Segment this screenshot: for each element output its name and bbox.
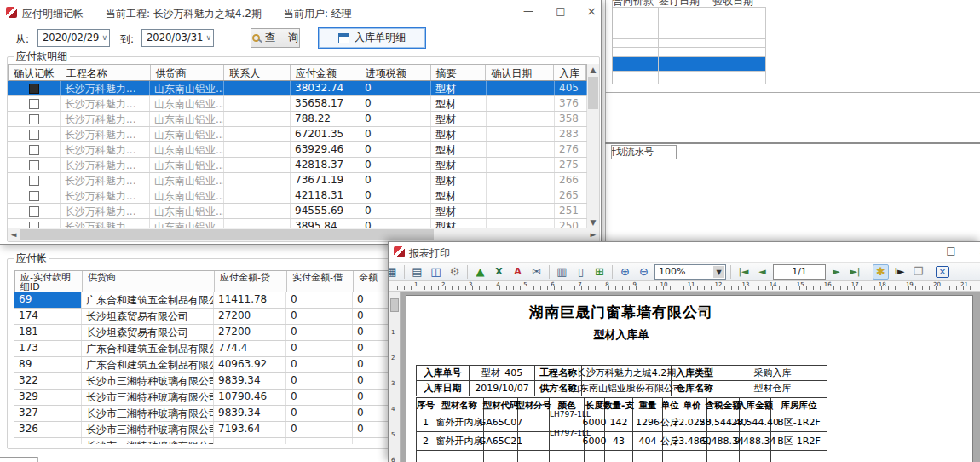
table-row[interactable]: 长沙万科魅力...山东南山铝业...73671.190型材266	[8, 173, 587, 188]
mail-icon[interactable]: ✉	[528, 264, 545, 280]
maximize-button[interactable]: □	[549, 4, 573, 20]
to-date-combo[interactable]: 2020/03/31 ∨	[141, 29, 214, 47]
table-row[interactable]: 长沙万科魅力...山东南山铝业...35658.170型材376	[8, 96, 587, 112]
column-header[interactable]: 供货商	[83, 271, 215, 292]
table-row[interactable]: 长沙万科魅力...山东南山铝业...788.220型材358	[8, 112, 587, 127]
table-row[interactable]: 长沙万科魅力...山东南山铝业...94555.690型材251	[8, 204, 587, 219]
column-header[interactable]: 工程名称	[61, 65, 151, 80]
confirm-checkbox[interactable]	[29, 176, 39, 186]
layout-icon[interactable]: ⊞	[591, 264, 608, 280]
confirm-checkbox[interactable]	[29, 222, 39, 229]
table-row[interactable]: 69广东合和建筑五金制品有限公司11411.7800	[14, 292, 415, 309]
from-date-combo[interactable]: 2020/02/29 ∨	[37, 29, 110, 47]
close-button[interactable]: ×	[971, 244, 980, 259]
table-row[interactable]: 长沙万科魅力...山东南山铝业...63929.460型材276	[8, 142, 587, 158]
scrollbar-thumb[interactable]	[588, 77, 598, 109]
zoom-select[interactable]: 100% ▼	[654, 264, 726, 280]
table-row[interactable]: 327长沙市三湘特种玻璃有限公司9839.3400	[14, 406, 415, 422]
table-cell	[8, 219, 61, 228]
table-row[interactable]: 326长沙市三湘特种玻璃有限公司7193.6400	[14, 422, 415, 438]
chevron-down-icon[interactable]: ∨	[205, 30, 211, 46]
next-page-button[interactable]: ►	[828, 264, 845, 280]
table-row[interactable]: 181长沙坦森贸易有限公司2720000	[14, 325, 415, 341]
text-select-button[interactable]: I►	[891, 264, 908, 280]
scrollbar-thumb[interactable]	[20, 229, 434, 240]
table-row[interactable]: 329长沙市三湘特种玻璃有限公司10790.4600	[14, 390, 415, 406]
table-row[interactable]	[613, 26, 766, 38]
tools-icon[interactable]: ⚙	[447, 264, 463, 280]
minimize-button[interactable]: —	[905, 244, 929, 259]
confirm-checkbox[interactable]	[29, 160, 39, 170]
column-header[interactable]: 确认日期	[486, 65, 554, 80]
print-setup-icon[interactable]: ▥	[554, 264, 570, 280]
last-page-button[interactable]: ►|	[847, 264, 863, 280]
column-header[interactable]: 应-实付款明细ID	[15, 271, 83, 292]
close-button[interactable]: ×	[579, 4, 603, 20]
chevron-down-icon[interactable]: ∨	[101, 30, 107, 46]
confirm-checkbox[interactable]	[29, 130, 39, 140]
first-page-button[interactable]: |◄	[735, 264, 752, 280]
column-header[interactable]: 确认记帐	[9, 65, 61, 80]
table-row[interactable]	[613, 47, 766, 56]
scrollbar-thumb[interactable]	[390, 298, 399, 312]
query-button[interactable]: 查 询	[251, 28, 300, 48]
close-preview-button[interactable]: ×	[936, 266, 949, 278]
page-icon[interactable]: ▯	[573, 264, 589, 280]
scroll-up-icon[interactable]: ▲	[587, 64, 599, 76]
table-row[interactable]: 长沙万科魅力...山东南山铝业...67201.350型材283	[8, 127, 587, 142]
table-row[interactable]	[613, 38, 766, 47]
hand-tool-button[interactable]: ✱	[873, 264, 889, 280]
table-row[interactable]: 174长沙坦森贸易有限公司2720000	[14, 309, 415, 325]
column-header[interactable]: 联系人	[224, 65, 291, 80]
payable-titlebar[interactable]: 应付明细记帐------当前工程: 长沙万科魅力之城4.2期------当前用户…	[0, 0, 601, 23]
confirm-checkbox[interactable]	[29, 99, 39, 109]
report-titlebar[interactable]: 报表打印 — □ ×	[389, 242, 980, 262]
minimize-button[interactable]: —	[516, 4, 540, 20]
column-header[interactable]: 供货商	[151, 65, 225, 80]
table-row[interactable]: 长沙万科魅力...山东南山铝业...38032.740型材405	[8, 81, 587, 96]
scroll-right-icon[interactable]: ►	[587, 228, 599, 240]
info-label: 仓库名称	[672, 381, 718, 396]
column-header[interactable]: 实付金额-借	[287, 271, 354, 292]
column-header[interactable]: 摘要	[431, 65, 487, 80]
vertical-scrollbar[interactable]: ▲ ▼	[587, 64, 599, 228]
book-icon[interactable]: ◫	[428, 264, 444, 280]
confirm-checkbox[interactable]	[29, 206, 39, 217]
scroll-left-icon[interactable]: ◄	[8, 228, 20, 240]
table-row[interactable]	[613, 71, 766, 84]
table-row[interactable]: 89广东合和建筑五金制品有限公司40963.9200	[14, 357, 415, 373]
confirm-checkbox[interactable]	[29, 84, 39, 94]
column-header[interactable]: 进项税额	[360, 65, 431, 80]
table-row[interactable]: 322长沙市三湘特种玻璃有限公司9839.3400	[14, 373, 415, 390]
column-header[interactable]: 应付金额-贷	[215, 271, 287, 292]
table-cell: 型材	[431, 81, 487, 95]
table-row[interactable]: 长沙市三湘特种玻璃有限公司	[14, 438, 415, 444]
scroll-down-icon[interactable]: ▼	[587, 217, 599, 228]
confirm-checkbox[interactable]	[29, 191, 39, 201]
confirm-checkbox[interactable]	[29, 145, 39, 155]
excel-icon[interactable]: X	[491, 264, 507, 280]
copy-icon[interactable]: ❐	[910, 264, 926, 280]
maximize-button[interactable]: □	[939, 244, 963, 259]
column-header[interactable]: 入库	[554, 65, 586, 80]
prev-page-button[interactable]: ◄	[754, 264, 770, 280]
table-row[interactable]: 长沙万科魅力...山东南山铝业...3895.840型材250	[8, 219, 587, 228]
table-row[interactable]: 173广东合和建筑五金制品有限公司774.400	[14, 341, 415, 357]
export-icon[interactable]: ▲	[472, 264, 488, 280]
table-row[interactable]: 长沙万科魅力...山东南山铝业...42818.370型材275	[8, 158, 587, 173]
print-icon[interactable]: ▤	[409, 264, 425, 280]
grid-icon[interactable]: ▦	[389, 264, 400, 280]
plan-serial-field[interactable]: 计划流水号	[611, 145, 677, 159]
zoom-in-icon[interactable]: ⊕	[617, 264, 633, 280]
table-row[interactable]	[613, 7, 766, 26]
chevron-down-icon[interactable]: ▼	[713, 266, 724, 278]
table-row[interactable]: 长沙万科魅力...山东南山铝业...42118.310型材265	[8, 188, 587, 204]
confirm-checkbox[interactable]	[29, 114, 39, 124]
column-header[interactable]: 应付金额	[291, 65, 360, 80]
zoom-out-icon[interactable]: ⊖	[636, 264, 652, 280]
table-row[interactable]	[613, 56, 766, 71]
inbound-detail-button[interactable]: 入库单明细	[318, 27, 426, 49]
pdf-icon[interactable]: A	[510, 264, 526, 280]
horizontal-scrollbar[interactable]: ◄ ►	[8, 228, 599, 241]
page-number-input[interactable]: 1/1	[773, 264, 826, 280]
